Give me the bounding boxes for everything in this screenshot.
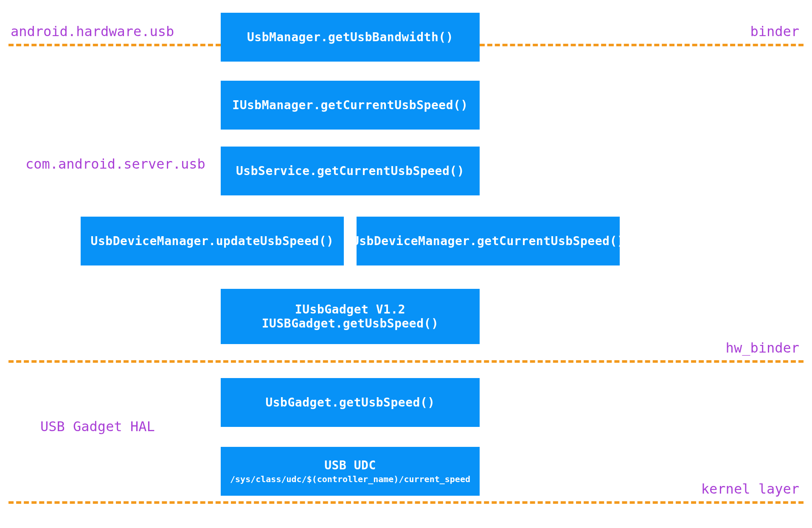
box-iusbgadget-sub: IUSBGadget.getUsbSpeed() bbox=[262, 316, 439, 330]
box-iusbmanager: IUsbManager.getCurrentUsbSpeed() bbox=[221, 81, 480, 130]
box-iusbgadget-title: IUsbGadget V1.2 bbox=[295, 302, 405, 316]
box-iusbgadget: IUsbGadget V1.2 IUSBGadget.getUsbSpeed() bbox=[221, 289, 480, 344]
box-usbdevicemanager-update: UsbDeviceManager.updateUsbSpeed() bbox=[81, 217, 344, 265]
box-usbgadget: UsbGadget.getUsbSpeed() bbox=[221, 378, 480, 427]
label-android-hardware-usb: android.hardware.usb bbox=[11, 23, 174, 40]
label-kernel-layer: kernel layer bbox=[701, 481, 799, 497]
box-usb-udc-title: USB UDC bbox=[324, 458, 376, 472]
box-usbservice-text: UsbService.getCurrentUsbSpeed() bbox=[236, 164, 464, 178]
label-com-android-server-usb: com.android.server.usb bbox=[25, 156, 205, 172]
box-usb-udc-sub: /sys/class/udc/$(controller_name)/curren… bbox=[230, 474, 470, 484]
box-usbdevicemanager-update-text: UsbDeviceManager.updateUsbSpeed() bbox=[91, 234, 334, 248]
architecture-diagram: android.hardware.usb binder com.android.… bbox=[0, 0, 812, 528]
box-usb-udc: USB UDC /sys/class/udc/$(controller_name… bbox=[221, 447, 480, 496]
box-usbservice: UsbService.getCurrentUsbSpeed() bbox=[221, 147, 480, 195]
box-usbdevicemanager-getcurrent: UsbDeviceManager.getCurrentUsbSpeed() bbox=[357, 217, 620, 265]
box-iusbmanager-text: IUsbManager.getCurrentUsbSpeed() bbox=[232, 98, 468, 112]
binder-line-right bbox=[480, 44, 804, 46]
label-usb-gadget-hal: USB Gadget HAL bbox=[40, 418, 155, 435]
box-usbmanager-text: UsbManager.getUsbBandwidth() bbox=[247, 30, 453, 44]
box-usbdevicemanager-getcurrent-text: UsbDeviceManager.getCurrentUsbSpeed() bbox=[352, 234, 624, 248]
hw-binder-line bbox=[8, 360, 804, 363]
binder-line-left bbox=[8, 44, 221, 46]
label-binder: binder bbox=[750, 23, 799, 40]
label-hw-binder: hw_binder bbox=[726, 340, 799, 356]
box-usbgadget-text: UsbGadget.getUsbSpeed() bbox=[265, 395, 435, 409]
box-usbmanager: UsbManager.getUsbBandwidth() bbox=[221, 13, 480, 62]
kernel-layer-line bbox=[8, 501, 804, 504]
